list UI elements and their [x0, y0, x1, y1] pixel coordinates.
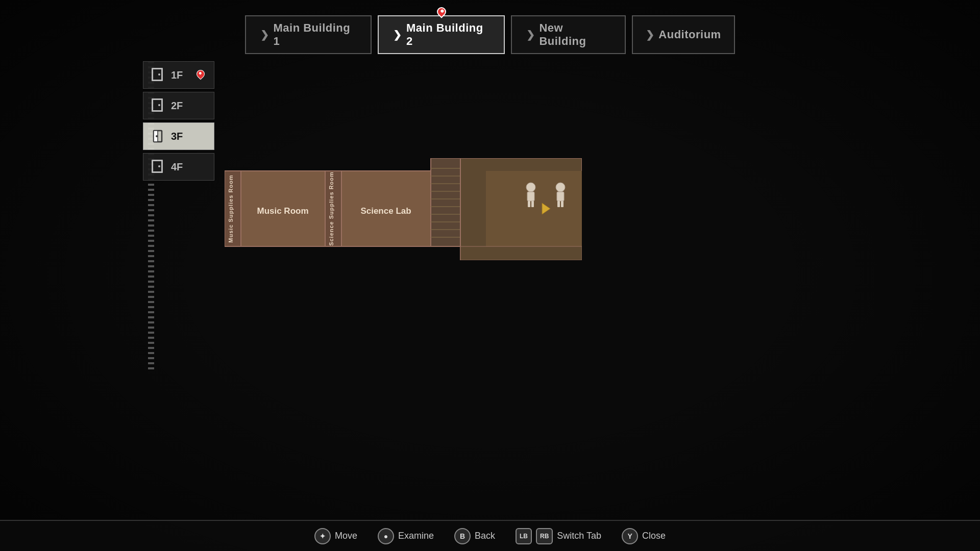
- floor-label: 3F: [171, 131, 183, 142]
- control-examine: ● Examine: [378, 528, 434, 544]
- tab-bar: ❯ Main Building 1 ❯ Main Building 2 ❯ Ne…: [245, 15, 735, 54]
- lb-button-icon: LB: [516, 528, 532, 544]
- floor-panel: 1F 2F 3F 4F: [143, 61, 225, 181]
- examine-label: Examine: [398, 531, 434, 541]
- svg-point-2: [156, 135, 158, 137]
- floor-label: 2F: [171, 100, 183, 112]
- tab-label: New Building: [539, 21, 610, 48]
- floor-1f[interactable]: 1F: [143, 61, 214, 89]
- svg-text:Music Room: Music Room: [257, 206, 308, 216]
- back-button-icon: B: [454, 528, 471, 544]
- svg-rect-31: [557, 192, 564, 201]
- examine-button-icon: ●: [378, 528, 394, 544]
- svg-rect-32: [557, 201, 560, 207]
- move-button-icon: ✦: [314, 528, 331, 544]
- tab-label: Main Building 2: [406, 21, 489, 48]
- floor-door-icon: [152, 68, 166, 82]
- pin-body: [195, 68, 207, 80]
- floor-map: Music Supplies Room Music Room Science S…: [225, 158, 582, 260]
- close-button-icon: Y: [622, 528, 638, 544]
- close-label: Close: [642, 531, 666, 541]
- chevron-icon: ❯: [260, 29, 270, 41]
- floor-label: 1F: [171, 69, 183, 81]
- chevron-icon: ❯: [646, 29, 655, 41]
- svg-text:Music Supplies Room: Music Supplies Room: [228, 174, 234, 242]
- tab-main-building-1[interactable]: ❯ Main Building 1: [245, 15, 372, 54]
- floor-pin: [195, 70, 206, 80]
- tab-label: Main Building 1: [274, 21, 357, 48]
- svg-text:Science Supplies Room: Science Supplies Room: [328, 171, 334, 246]
- control-back: B Back: [454, 528, 495, 544]
- svg-rect-26: [527, 192, 534, 201]
- rb-button-icon: RB: [536, 528, 553, 544]
- floor-door-icon: [152, 98, 166, 113]
- svg-point-30: [556, 183, 565, 192]
- floor-3f[interactable]: 3F: [143, 122, 214, 150]
- back-label: Back: [475, 531, 495, 541]
- floor-4f[interactable]: 4F: [143, 153, 214, 181]
- pin-body: [435, 5, 448, 18]
- floor-door-icon: [152, 129, 166, 143]
- tab-new-building[interactable]: ❯ New Building: [511, 15, 626, 54]
- pin-dot: [440, 9, 444, 13]
- control-move: ✦ Move: [314, 528, 357, 544]
- control-bar: ✦ Move ● Examine B Back LB RB Switch Tab…: [0, 520, 980, 551]
- svg-point-25: [526, 183, 535, 192]
- svg-rect-27: [528, 201, 530, 207]
- pin-dot: [199, 71, 202, 75]
- move-label: Move: [335, 531, 357, 541]
- control-close: Y Close: [622, 528, 666, 544]
- chevron-icon: ❯: [526, 29, 535, 41]
- floor-2f[interactable]: 2F: [143, 92, 214, 119]
- tab-auditorium[interactable]: ❯ Auditorium: [632, 15, 735, 54]
- svg-rect-24: [486, 171, 582, 246]
- tab-label: Auditorium: [658, 28, 721, 41]
- floor-door-icon: [152, 160, 166, 174]
- floor-label: 4F: [171, 161, 183, 173]
- switch-tab-label: Switch Tab: [557, 531, 601, 541]
- control-switch-tab: LB RB Switch Tab: [516, 528, 601, 544]
- chevron-icon: ❯: [393, 29, 402, 41]
- tab-main-building-2[interactable]: ❯ Main Building 2: [378, 15, 504, 54]
- svg-rect-33: [561, 201, 564, 207]
- svg-text:Science Lab: Science Lab: [360, 206, 411, 216]
- svg-rect-34: [460, 246, 582, 260]
- svg-rect-11: [431, 158, 460, 246]
- svg-rect-28: [531, 201, 534, 207]
- location-pin-tab: [436, 7, 447, 18]
